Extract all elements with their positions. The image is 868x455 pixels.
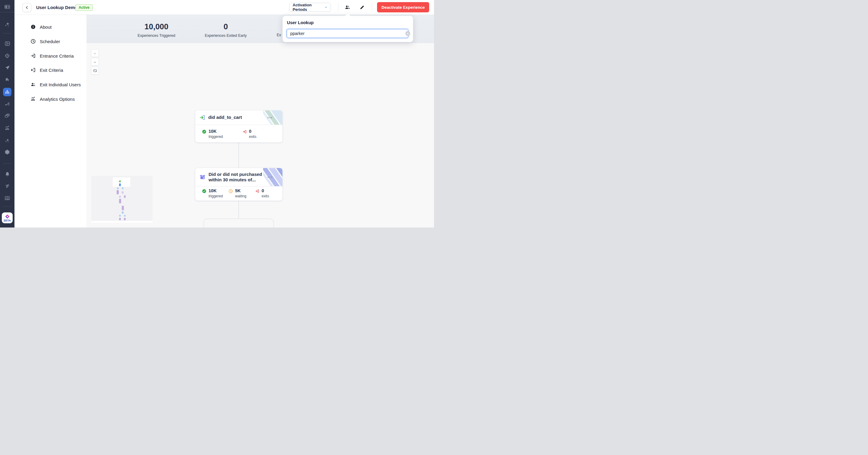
user-lookup-button[interactable]: [344, 4, 351, 10]
top-bar: User Lookup Demo Active Activation Perio…: [14, 0, 434, 15]
node-header: did add_to_cart: [195, 110, 282, 125]
sidebar-item-about[interactable]: About: [14, 22, 87, 32]
analytics-icon: [30, 96, 36, 102]
rail-divider: [3, 206, 11, 207]
check-circle-icon: [202, 189, 207, 193]
analytics-icon[interactable]: [0, 123, 14, 133]
layout-icon[interactable]: [0, 38, 14, 49]
user-lookup-input[interactable]: pparker: [287, 29, 408, 38]
exit-icon: [30, 67, 36, 73]
popup-title: User Lookup: [287, 20, 314, 25]
sidebar-item-exit-individual-users[interactable]: Exit Individual Users: [14, 80, 87, 89]
info-icon: [30, 24, 36, 30]
settings-icon[interactable]: [0, 147, 14, 157]
minimap-node-dot: [117, 188, 119, 189]
clock-orange-icon: [228, 189, 233, 193]
node-menu-button[interactable]: [268, 117, 273, 118]
zoom-in-button[interactable]: +: [91, 49, 99, 57]
users-icon: [30, 82, 36, 87]
experiences-icon[interactable]: [3, 88, 11, 96]
minimap-node-dot: [119, 218, 121, 220]
collapse-panel-icon[interactable]: [0, 2, 14, 12]
audience-icon[interactable]: [0, 75, 14, 85]
node-stat-exits: 0exits: [255, 189, 269, 198]
stat-value: 10,000: [117, 22, 195, 31]
node-corner-decoration: [263, 110, 282, 124]
minimap-node-dot: [119, 215, 121, 217]
sidebar-item-label: Exit Individual Users: [40, 82, 81, 87]
sidebar-item-entrance-criteria[interactable]: Entrance Criteria: [14, 51, 87, 61]
view-selector-label: Activation Periods: [293, 3, 324, 12]
stat-label: triggered: [209, 135, 223, 139]
user-lookup-input-value: pparker: [290, 31, 304, 36]
clear-circle-icon[interactable]: ×: [405, 31, 410, 36]
stat-label-partially-hidden: Ex: [277, 33, 281, 37]
connector-line: [239, 142, 239, 168]
clock-icon: [30, 38, 36, 45]
send-icon[interactable]: [0, 62, 14, 73]
rail-divider: [3, 164, 11, 164]
sparkles-icon[interactable]: [0, 19, 14, 30]
stat-value: 0: [261, 189, 269, 193]
page-title: User Lookup Demo: [36, 0, 78, 15]
minimap-node-dot: [119, 199, 121, 203]
ai-sparkles-icon[interactable]: [0, 136, 14, 146]
minimap-node-dot: [124, 215, 126, 217]
node-did-add-to-cart[interactable]: did add_to_cart 10Ktriggered 0exits: [195, 110, 282, 142]
node-did-or-did-not-purchase[interactable]: Did or did not purchased within 30 minut…: [195, 168, 282, 201]
zeta-logo[interactable]: ZETA: [2, 212, 13, 223]
canvas-minimap[interactable]: [91, 176, 153, 223]
stat-label: triggered: [209, 194, 223, 198]
notifications-icon[interactable]: [0, 169, 14, 179]
stat-label: Experiences Exited Early: [187, 33, 265, 38]
target-icon[interactable]: [0, 51, 14, 61]
plus-icon: +: [94, 51, 96, 56]
sidebar-item-label: Exit Criteria: [40, 67, 63, 73]
user-lookup-popup: User Lookup pparker ×: [282, 16, 413, 42]
svg-text:A: A: [5, 197, 7, 199]
experience-sidebar: About Scheduler Entrance Criteria Exit C…: [14, 15, 87, 227]
stat-value: 5K: [235, 189, 246, 193]
pencil-icon: [359, 4, 365, 10]
journey-canvas[interactable]: + − did add_to_cart: [87, 43, 434, 227]
node-menu-button[interactable]: [268, 176, 273, 178]
view-selector[interactable]: Activation Periods: [289, 3, 331, 12]
minimap-node-dot: [124, 195, 126, 198]
minimap-node-dot: [122, 211, 124, 214]
entrance-icon: [30, 53, 36, 59]
minimap-viewport[interactable]: [113, 177, 130, 187]
sidebar-item-label: Analytics Options: [40, 96, 75, 102]
stat-value: 10K: [209, 189, 223, 193]
branch-group-outline: [204, 219, 274, 227]
package-icon: [199, 174, 206, 180]
stat-label: Experiences Triggered: [117, 33, 195, 38]
deactivate-experience-button[interactable]: Deactivate Experience: [377, 2, 429, 12]
fit-view-button[interactable]: [91, 67, 99, 75]
sidebar-item-scheduler[interactable]: Scheduler: [14, 36, 87, 46]
fit-view-icon: [93, 68, 97, 73]
connection-icon[interactable]: [0, 181, 14, 191]
flow-split-icon[interactable]: [0, 99, 14, 109]
zeta-logo-text: ZETA: [4, 219, 11, 222]
edit-button[interactable]: [359, 4, 365, 10]
zeta-diamond-icon: [5, 214, 10, 219]
minimap-node-dot: [117, 190, 119, 194]
sidebar-item-exit-criteria[interactable]: Exit Criteria: [14, 65, 87, 75]
zoom-out-button[interactable]: −: [91, 58, 99, 66]
back-button[interactable]: [22, 3, 31, 12]
minimap-bottom-strip: [91, 221, 153, 223]
templates-icon[interactable]: [0, 111, 14, 121]
stat-label: waiting: [235, 194, 246, 198]
docs-icon[interactable]: A: [0, 193, 14, 203]
sidebar-item-analytics-options[interactable]: Analytics Options: [14, 94, 87, 104]
chevron-left-icon: [25, 5, 29, 10]
node-stat-triggered: 10Ktriggered: [202, 129, 223, 139]
node-stat-waiting: 5Kwaiting: [228, 189, 246, 198]
stat-label: exits: [249, 135, 256, 139]
user-lookup-demo-page: A ZETA User Lookup Demo Active Activatio…: [0, 0, 434, 227]
rail-divider: [3, 33, 11, 33]
exit-red-icon: [255, 189, 259, 193]
status-badge: Active: [75, 4, 93, 11]
app-rail: A ZETA: [0, 0, 14, 227]
canvas-zoom-controls: + −: [91, 49, 99, 75]
